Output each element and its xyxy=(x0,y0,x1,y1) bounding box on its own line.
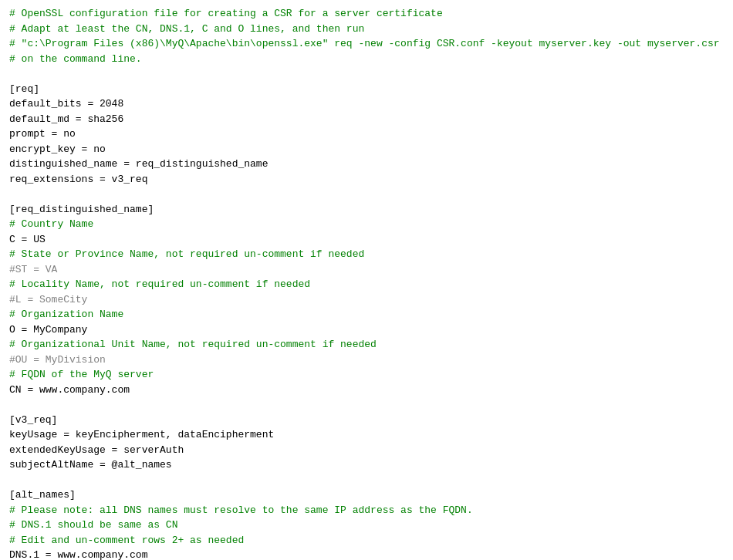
code-line: # DNS.1 should be same as CN xyxy=(9,518,724,533)
code-line: [alt_names] xyxy=(9,487,724,503)
code-line: default_bits = 2048 xyxy=(9,96,724,112)
code-line: # State or Province Name, not required u… xyxy=(9,247,724,262)
code-line: #L = SomeCity xyxy=(9,292,724,308)
code-line xyxy=(9,473,724,488)
code-line xyxy=(9,66,724,82)
code-line: subjectAltName = @alt_names xyxy=(9,457,724,473)
code-line: #ST = VA xyxy=(9,262,724,278)
code-line: [req_distinguished_name] xyxy=(9,202,724,218)
code-line: # OpenSSL configuration file for creatin… xyxy=(9,6,724,22)
code-line: # Edit and un-comment rows 2+ as needed xyxy=(9,533,724,548)
code-line: O = MyCompany xyxy=(9,322,724,338)
code-line: # Country Name xyxy=(9,217,724,232)
code-line: req_extensions = v3_req xyxy=(9,172,724,187)
code-line: CN = www.company.com xyxy=(9,383,724,398)
code-line: # FQDN of the MyQ server xyxy=(9,367,724,383)
code-line: # on the command line. xyxy=(9,52,724,67)
code-line: # Please note: all DNS names must resolv… xyxy=(9,503,724,518)
code-line: extendedKeyUsage = serverAuth xyxy=(9,443,724,458)
code-line: [req] xyxy=(9,82,724,97)
code-line: keyUsage = keyEncipherment, dataEncipher… xyxy=(9,427,724,443)
code-line: distinguished_name = req_distinguished_n… xyxy=(9,157,724,172)
code-line: DNS.1 = www.company.com xyxy=(9,548,724,560)
code-line: [v3_req] xyxy=(9,413,724,428)
code-line: #OU = MyDivision xyxy=(9,353,724,368)
code-line: encrypt_key = no xyxy=(9,142,724,157)
code-line: # Organization Name xyxy=(9,307,724,322)
code-line: default_md = sha256 xyxy=(9,112,724,127)
code-line: prompt = no xyxy=(9,127,724,142)
code-line: # Locality Name, not required un-comment… xyxy=(9,277,724,292)
code-line: # Organizational Unit Name, not required… xyxy=(9,337,724,353)
code-line: # Adapt at least the CN, DNS.1, C and O … xyxy=(9,22,724,37)
code-block: # OpenSSL configuration file for creatin… xyxy=(0,0,733,560)
code-line: C = US xyxy=(9,232,724,248)
code-line xyxy=(9,397,724,413)
code-line xyxy=(9,187,724,202)
code-line: # "c:\Program Files (x86)\MyQ\Apache\bin… xyxy=(9,36,724,52)
